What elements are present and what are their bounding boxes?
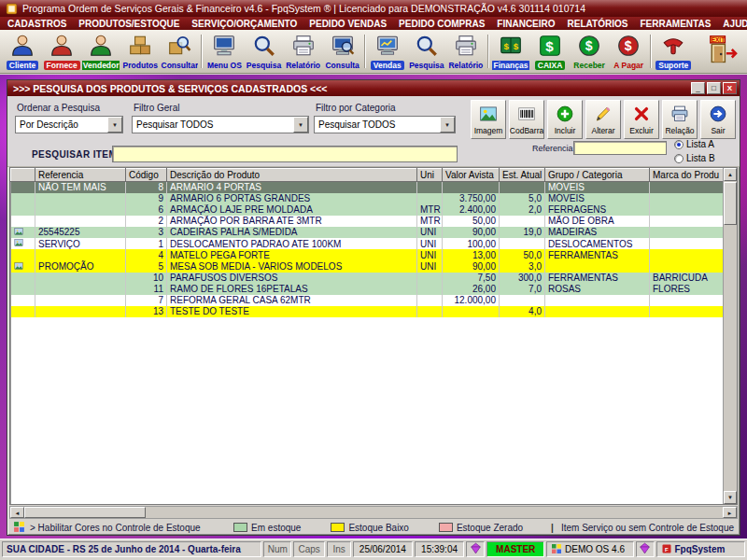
relacao-button[interactable]: Relação (662, 100, 698, 139)
column-header-descricao-do-produto[interactable]: Descrição do Produto (167, 169, 417, 182)
product-row[interactable]: 13TESTE DO TESTE4,0 (11, 306, 724, 317)
reference-input[interactable] (573, 141, 667, 155)
product-row[interactable]: 11RAMO DE FLORES 16PETALAS26,007,0ROSASF… (11, 284, 724, 295)
product-row[interactable]: 9ARMARIO 6 PORTAS GRANDES3.750,005,0MÓVE… (11, 193, 724, 204)
status-location: SUA CIDADE - RS 25 de Junho de 2014 - Qu… (2, 541, 261, 557)
filter-panel: Ordenar a Pesquisa Por Descrição ▼ Filtr… (7, 96, 740, 167)
alterar-button[interactable]: Alterar (585, 100, 621, 139)
exit-button[interactable]: EXIT (702, 31, 744, 72)
product-row[interactable]: SERVIÇO1DESLOCAMENTO PADRAO ATE 100KMUNI… (11, 238, 724, 249)
incluir-button[interactable]: Incluir (547, 100, 583, 139)
product-row[interactable]: 4MATELO PEGA FORTEUNI13,0050,0FERRAMENTA… (11, 249, 724, 260)
cell-uni (417, 295, 443, 306)
cell-referencia (35, 284, 126, 295)
codbarra-button[interactable]: CodBarra (509, 100, 544, 139)
vertical-scrollbar[interactable]: ▲ ▼ (723, 168, 737, 504)
vendas-button[interactable]: Vendas (368, 31, 407, 72)
minimize-button[interactable]: _ (691, 82, 705, 94)
column-header-valor-avista[interactable]: Valor Avista (443, 169, 500, 182)
relatorio-button[interactable]: Relatório (446, 31, 486, 72)
column-header-marca-do-produ[interactable]: Marca do Produ (650, 169, 724, 182)
menu-item-servico-orcamento[interactable]: SERVIÇO/ORÇAMENTO (191, 19, 297, 29)
chevron-down-icon: ▼ (293, 117, 308, 133)
toolbar-button-label: Menu OS (207, 61, 242, 70)
column-header-referencia[interactable]: Referencia (35, 169, 126, 182)
enable-colors-toggle[interactable]: > Habilitar Cores no Controle de Estoque (13, 521, 233, 535)
horizontal-scrollbar[interactable]: ◄ ► (9, 506, 738, 519)
produtos-button[interactable]: Produtos (120, 31, 160, 72)
plus-icon (556, 105, 574, 125)
receber-button[interactable]: $Receber (570, 31, 609, 72)
chevron-down-icon: ▼ (440, 117, 455, 133)
sair-button[interactable]: Sair (700, 100, 736, 139)
menu-item-ajuda[interactable]: AJUDA (723, 19, 747, 29)
cell-valor: 90,00 (443, 260, 500, 272)
cell-uni (417, 193, 443, 204)
scroll-down-arrow[interactable]: ▼ (724, 491, 737, 504)
menu-item-pedido-vendas[interactable]: PEDIDO VENDAS (309, 19, 387, 29)
svg-text:$: $ (503, 41, 509, 51)
lista-a-radio[interactable]: Lista A (674, 139, 714, 149)
general-filter-select[interactable]: Pesquisar TODOS ▼ (132, 116, 309, 133)
menu-item-financeiro[interactable]: FINANCEIRO (497, 19, 555, 29)
menu-item-cadastros[interactable]: CADASTROS (7, 19, 66, 29)
vendedor-button[interactable]: Vendedor (81, 31, 120, 72)
product-row[interactable]: 255452253CADEIRAS PALHA S/MEDIDAUNI90,00… (11, 227, 724, 238)
column-header-uni[interactable]: Uni (417, 169, 443, 182)
order-search-select[interactable]: Por Descrição ▼ (15, 116, 123, 133)
financas-button[interactable]: $$Finanças (491, 31, 530, 72)
relatorio-button[interactable]: Relatório (284, 31, 323, 72)
status-date: 25/06/2014 (353, 541, 413, 557)
legend-label: Estoque Zerado (457, 523, 523, 533)
suporte-button[interactable]: Suporte (654, 31, 693, 72)
menu-item-produtos-estoque[interactable]: PRODUTOS/ESTOQUE (78, 19, 179, 29)
exit-arrow-icon (709, 105, 727, 125)
cell-valor: 2.400,00 (443, 204, 500, 216)
excluir-button[interactable]: Excluir (624, 100, 659, 139)
product-row[interactable]: PROMOÇÃO5MESA SOB MEDIA - VARIOS MODELOS… (11, 260, 724, 272)
menu-item-relatorios[interactable]: RELATÓRIOS (568, 19, 628, 29)
column-header-codigo[interactable]: Código (126, 169, 167, 182)
close-button[interactable]: X (723, 82, 737, 94)
product-row[interactable]: 10PARAFUSOS DIVERSOS7,50300,0FERRAMENTAS… (11, 273, 724, 284)
cell-marca (650, 193, 724, 204)
imagem-button[interactable]: Imagem (471, 100, 506, 139)
cliente-button[interactable]: Cliente (3, 31, 42, 72)
menu-item-ferramentas[interactable]: FERRAMENTAS (640, 19, 711, 29)
scroll-left-arrow[interactable]: ◄ (10, 507, 24, 518)
vertical-scroll-thumb[interactable] (724, 182, 737, 225)
maximize-button[interactable]: □ (707, 82, 721, 94)
cell-uni (417, 284, 443, 295)
column-header-grupo-categoria[interactable]: Grupo / Categoria (545, 169, 650, 182)
product-row[interactable]: 2ARMAÇÃO POR BARRA ATE 3MTRMTR50,00MÃO D… (11, 216, 724, 227)
column-header-est-atual[interactable]: Est. Atual (500, 169, 545, 182)
row-icon-cell (11, 273, 35, 284)
toolbar-button-label: Relatório (286, 61, 320, 70)
column-header-icon[interactable] (11, 169, 35, 182)
search-item-input[interactable] (112, 146, 458, 162)
product-row[interactable]: 7REFORMA GERAL CASA 62MTR12.000,00 (11, 295, 724, 306)
product-row[interactable]: 6ARMAÇÃO LAJE PRE MOLDADAMTR2.400,002,0F… (11, 204, 724, 216)
cell-marca (650, 238, 724, 249)
cell-codigo: 2 (126, 216, 167, 227)
menu-os-button[interactable]: Menu OS (204, 31, 244, 72)
menu-item-pedido-compras[interactable]: PEDIDO COMPRAS (399, 19, 485, 29)
toolbar-button-label: Vendas (371, 61, 404, 70)
a-pagar-button[interactable]: $A Pagar (609, 31, 648, 72)
category-filter-select[interactable]: Pesquisar TODOS ▼ (314, 116, 456, 133)
consulta-button[interactable]: Consulta (323, 31, 362, 72)
horizontal-scroll-thumb[interactable] (24, 507, 146, 518)
image-icon (479, 105, 498, 125)
pesquisa-button[interactable]: Pesquisa (244, 31, 283, 72)
person-icon (10, 34, 35, 60)
lista-b-radio[interactable]: Lista B (674, 153, 715, 163)
caixa-button[interactable]: $CAIXA (530, 31, 570, 72)
scroll-up-arrow[interactable]: ▲ (724, 168, 737, 181)
toolbar-button-label: Produtos (123, 61, 158, 70)
product-row[interactable]: NÃO TEM MAIS8ARMARIO 4 PORTASMÓVEIS (11, 182, 724, 193)
fornece-button[interactable]: Fornece (42, 31, 81, 72)
scroll-right-arrow[interactable]: ► (723, 507, 737, 518)
cell-marca (650, 182, 724, 193)
pesquisa-button[interactable]: Pesquisa (407, 31, 446, 72)
consultar-button[interactable]: Consultar (160, 31, 199, 72)
